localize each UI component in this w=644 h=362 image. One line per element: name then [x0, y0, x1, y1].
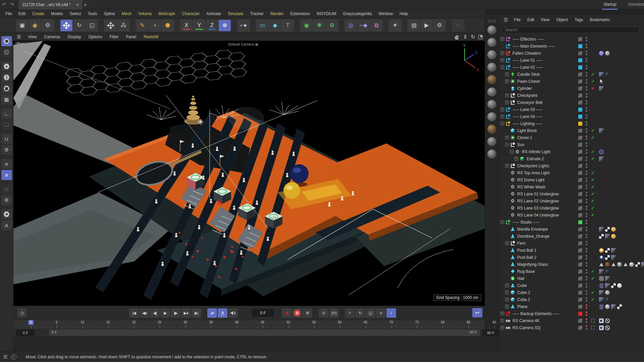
spline-rect-pen-icon[interactable]: ▪: [149, 20, 161, 31]
visibility-dots[interactable]: [586, 57, 587, 64]
object-row[interactable]: +Extrude.2✓: [499, 155, 644, 162]
dolly-icon[interactable]: ⇕: [463, 34, 468, 40]
menu-character[interactable]: Character: [178, 11, 203, 16]
visibility-dots[interactable]: [586, 148, 587, 155]
object-row[interactable]: Hair✓: [499, 275, 644, 282]
object-row[interactable]: +RS Camera 4K: [499, 317, 644, 324]
object-row[interactable]: Pool Ball 2: [499, 254, 644, 261]
object-row[interactable]: +RS Camera SQ: [499, 324, 644, 331]
object-name[interactable]: Fallen Cheaters: [513, 51, 541, 56]
object-row[interactable]: +----- Lane 03 -----: [499, 106, 644, 113]
expand-toggle[interactable]: −: [505, 143, 509, 146]
expand-toggle[interactable]: +: [505, 136, 509, 139]
checker-tag[interactable]: [617, 304, 622, 309]
corner-tag[interactable]: [611, 255, 616, 260]
layer-toggle[interactable]: [578, 240, 582, 247]
visibility-dots[interactable]: [586, 275, 587, 282]
object-row[interactable]: ----- Main Elements -----: [499, 43, 644, 50]
layer-toggle[interactable]: [578, 183, 582, 190]
m-gray-tag[interactable]: [617, 262, 622, 267]
prohibit-tag[interactable]: [605, 318, 610, 323]
layer-toggle[interactable]: [578, 134, 582, 141]
menu-insydium[interactable]: INSYDIUM: [313, 11, 340, 16]
visibility-dots[interactable]: [586, 324, 587, 331]
layer-toggle[interactable]: [578, 268, 582, 275]
visibility-dots[interactable]: [586, 254, 587, 261]
visibility-dots[interactable]: [586, 155, 587, 162]
object-name[interactable]: ----- Lane 02 -----: [513, 65, 543, 70]
polygons-mode-icon[interactable]: [1, 83, 12, 94]
coord-system-icon[interactable]: ⊕: [219, 20, 231, 31]
expand-toggle[interactable]: +: [505, 101, 509, 104]
corner-tag[interactable]: [605, 234, 610, 239]
tag-list[interactable]: [599, 50, 611, 57]
object-name[interactable]: Magnifying Glass: [517, 262, 548, 267]
object-row[interactable]: Manilla Envelope: [499, 226, 644, 233]
symmetry-icon[interactable]: ⧉: [370, 20, 382, 31]
m-dark-tag[interactable]: [605, 297, 610, 302]
object-name[interactable]: ----- Lighting -----: [513, 121, 542, 126]
lock-workplane-icon[interactable]: #: [1, 170, 12, 180]
move-tool-icon[interactable]: [60, 20, 72, 31]
corner-tag[interactable]: [599, 227, 604, 232]
layer-toggle[interactable]: [578, 303, 582, 310]
ball-orange-tag[interactable]: [599, 248, 604, 253]
move-clone-icon[interactable]: [105, 20, 117, 31]
expand-toggle[interactable]: +: [505, 241, 509, 245]
object-row[interactable]: −Sun: [499, 141, 644, 148]
corner-tag[interactable]: [641, 262, 644, 267]
render-view-icon[interactable]: ▤: [408, 20, 420, 31]
cloner-icon[interactable]: ❋: [313, 20, 325, 31]
corner-tag[interactable]: [599, 157, 604, 161]
m-yellow-tag[interactable]: [611, 227, 616, 232]
enable-state[interactable]: ✓: [591, 183, 595, 190]
menu-tracker[interactable]: Tracker: [247, 11, 267, 16]
layer-toggle[interactable]: [578, 289, 582, 296]
tag-list[interactable]: [599, 247, 617, 254]
m-silver-tag[interactable]: [629, 262, 634, 267]
object-row[interactable]: RS Lane 02 Underglow✓: [499, 197, 644, 204]
deformer-icon[interactable]: ◎: [345, 20, 357, 31]
object-row[interactable]: +Cube: [499, 282, 644, 289]
enable-state[interactable]: ✓: [591, 169, 595, 176]
tag-list[interactable]: [599, 155, 605, 162]
cursorw-tag[interactable]: [599, 79, 604, 84]
y-axis-lock[interactable]: Y: [193, 20, 205, 31]
expand-toggle[interactable]: +: [505, 164, 509, 168]
snap-settings-icon[interactable]: ⚙: [1, 145, 12, 155]
object-row[interactable]: −----- Studio -----: [499, 219, 644, 226]
add-keyframe-button[interactable]: ◇: [17, 308, 27, 317]
enable-state[interactable]: ✓: [591, 268, 595, 275]
layer-toggle[interactable]: [578, 162, 582, 169]
layer-toggle[interactable]: [578, 204, 582, 212]
render-settings-icon[interactable]: ⚙: [433, 20, 445, 31]
layer-toggle[interactable]: [578, 92, 582, 99]
expand-toggle[interactable]: −: [500, 220, 504, 224]
visibility-dots[interactable]: [586, 162, 587, 169]
tag-list[interactable]: [599, 317, 611, 324]
object-row[interactable]: +Checkpoint: [499, 92, 644, 99]
m-orange-tag[interactable]: [611, 234, 616, 239]
object-name[interactable]: Sun: [517, 142, 524, 147]
playmode-button[interactable]: A: [218, 308, 227, 318]
status-menu-icon[interactable]: ☰: [0, 354, 11, 360]
object-name[interactable]: RS White Wash: [517, 185, 545, 189]
layout-tab-startup[interactable]: Startup: [602, 0, 618, 10]
object-row[interactable]: RS Lane 04 Underglow✓: [499, 212, 644, 219]
document-tab[interactable]: 111720 Clue ...ers V6.c4d * ✕: [19, 0, 83, 9]
expand-toggle[interactable]: +: [500, 115, 504, 118]
layer-toggle[interactable]: [578, 85, 582, 92]
text-primitive-icon[interactable]: T: [282, 20, 294, 31]
cam-tag[interactable]: [599, 318, 604, 323]
spline-primitive-icon[interactable]: ⬣: [162, 20, 174, 31]
object-name[interactable]: ----- Lane 03 -----: [513, 107, 543, 112]
visibility-dots[interactable]: [586, 268, 587, 275]
object-name[interactable]: Rug Base: [517, 269, 535, 274]
expand-toggle[interactable]: +: [505, 298, 509, 301]
null-object-icon[interactable]: ⌐●: [237, 20, 250, 31]
visibility-dots[interactable]: [586, 310, 587, 317]
enable-state[interactable]: ✓: [591, 212, 595, 219]
menu-window[interactable]: Window: [375, 11, 396, 16]
checker-tag[interactable]: [635, 262, 640, 267]
layer-toggle[interactable]: [578, 190, 582, 197]
